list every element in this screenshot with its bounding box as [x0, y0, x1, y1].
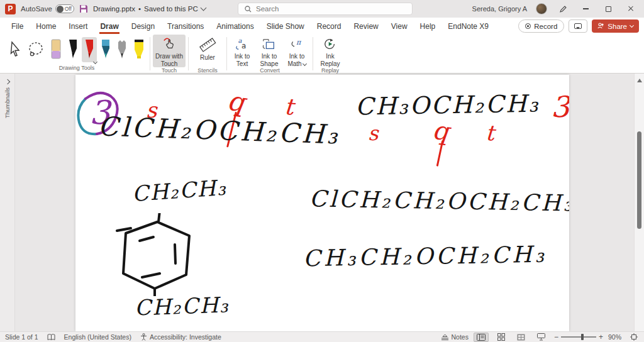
blue-pen-icon	[99, 38, 112, 61]
tab-design[interactable]: Design	[125, 19, 161, 34]
workspace: Thumbnails 3 s q t ClCH₂OCH₂CH₃ CH₃OCH₂C…	[0, 74, 644, 331]
ink-to-math-icon: π	[289, 37, 305, 51]
user-avatar[interactable]	[536, 3, 547, 14]
minimize-button[interactable]	[579, 3, 592, 15]
separator: •	[138, 5, 141, 13]
highlighter-tool[interactable]	[131, 37, 147, 62]
autosave-control[interactable]: AutoSave Off	[21, 4, 74, 13]
ink-to-text-button[interactable]: aa Ink to Text	[230, 35, 255, 67]
tab-help[interactable]: Help	[414, 19, 442, 34]
status-bar: Slide 1 of 1 English (United States) Acc…	[0, 331, 644, 342]
ink-to-text-icon: aa	[234, 37, 250, 51]
ink-label-q-2: q	[431, 116, 450, 146]
reading-view-button[interactable]	[514, 333, 529, 342]
ruler-icon	[199, 37, 216, 52]
scroll-up-arrow[interactable]	[637, 76, 642, 82]
spellcheck-button[interactable]	[47, 334, 55, 341]
slideshow-view-button[interactable]	[534, 333, 549, 342]
blue-pen-tool[interactable]	[98, 37, 113, 62]
accessibility-checker[interactable]: Accessibility: Investigate	[140, 333, 221, 341]
share-button[interactable]: Share	[592, 19, 639, 33]
red-pen-icon	[83, 38, 96, 61]
saved-status: Saved to this PC	[144, 5, 198, 13]
tab-animations[interactable]: Animations	[210, 19, 260, 34]
close-button[interactable]	[624, 3, 638, 15]
thumbnails-label: Thumbnails	[4, 87, 11, 118]
search-placeholder: Search	[256, 5, 279, 13]
document-title[interactable]: Drawing.pptx • Saved to this PC	[93, 5, 206, 13]
tab-file[interactable]: File	[5, 19, 30, 34]
tab-record[interactable]: Record	[311, 19, 348, 34]
tab-endnote[interactable]: EndNote X9	[441, 19, 495, 34]
chevron-down-icon	[200, 5, 206, 11]
fit-slide-button[interactable]	[626, 333, 641, 342]
ink-formula-3: ClCH₂CH₂OCH₂CH₃	[309, 185, 569, 216]
share-icon	[597, 23, 604, 30]
normal-view-button[interactable]	[474, 333, 489, 342]
autosave-state: Off	[65, 6, 72, 12]
save-icon[interactable]	[79, 4, 88, 13]
ruler-button[interactable]: Ruler	[191, 35, 224, 67]
comments-button[interactable]	[569, 19, 587, 33]
tab-slide-show[interactable]: Slide Show	[260, 19, 311, 34]
slide-sorter-view-button[interactable]	[494, 333, 509, 342]
search-icon	[245, 6, 252, 13]
slide-sorter-icon	[497, 333, 505, 341]
slide-canvas[interactable]: 3 s q t ClCH₂OCH₂CH₃ CH₃OCH₂CH₃ 3 s q t …	[75, 75, 569, 331]
zoom-control: − +	[554, 333, 603, 341]
language-indicator[interactable]: English (United States)	[64, 333, 131, 341]
draw-with-touch-button[interactable]: Draw with Touch	[153, 35, 186, 67]
notes-button[interactable]: Notes	[441, 333, 469, 341]
vertical-scrollbar[interactable]	[634, 74, 644, 331]
pen-mode-icon[interactable]	[556, 3, 570, 15]
zoom-level[interactable]: 90%	[608, 333, 621, 341]
tab-draw[interactable]: Draw	[94, 19, 125, 34]
benzene-ring-ink	[112, 213, 206, 296]
search-input[interactable]: Search	[238, 3, 413, 15]
ink-formula-2: CH₃OCH₂CH₃	[355, 89, 540, 120]
lasso-select-tool[interactable]	[25, 39, 47, 60]
slide-indicator[interactable]: Slide 1 of 1	[5, 333, 38, 341]
ink-benzene-bottom-substituent: CH₂CH₃	[134, 292, 230, 320]
expand-thumbnails-icon[interactable]	[4, 79, 9, 84]
select-tool[interactable]	[6, 39, 24, 60]
ink-formula-1: ClCH₂OCH₂CH₃	[97, 111, 340, 150]
notes-icon	[441, 334, 449, 341]
tab-transitions[interactable]: Transitions	[161, 19, 210, 34]
pencil-icon	[116, 38, 128, 61]
ink-label-t-1: t	[284, 94, 294, 120]
pencil-tool[interactable]	[114, 37, 130, 62]
draw-with-touch-icon	[161, 37, 177, 51]
ribbon: Drawing Tools Draw with Touch Touch Rule…	[0, 35, 644, 74]
record-button[interactable]: Record	[518, 19, 564, 33]
ink-replay-button[interactable]: Ink Replay	[316, 35, 345, 67]
ink-to-shape-button[interactable]: Ink to Shape	[256, 35, 282, 67]
ink-formula-4: CH₃CH₂OCH₂CH₃	[303, 241, 548, 272]
chevron-down-icon[interactable]	[93, 60, 97, 64]
scrollbar-thumb[interactable]	[637, 131, 641, 229]
select-cursor-icon	[8, 40, 23, 59]
zoom-slider-knob[interactable]	[581, 334, 584, 340]
red-pen-tool-selected[interactable]	[82, 37, 97, 62]
tab-view[interactable]: View	[385, 19, 414, 34]
tab-review[interactable]: Review	[347, 19, 384, 34]
eraser-tool[interactable]	[48, 37, 64, 62]
normal-view-icon	[477, 334, 486, 341]
thumbnails-panel-collapsed[interactable]: Thumbnails	[0, 74, 15, 331]
autosave-toggle[interactable]: Off	[55, 4, 74, 13]
zoom-out-button[interactable]: −	[554, 333, 558, 341]
book-icon	[47, 334, 55, 341]
user-name[interactable]: Sereda, Grigory A	[472, 5, 527, 13]
maximize-button[interactable]	[601, 3, 615, 15]
eraser-icon	[49, 38, 63, 61]
powerpoint-logo-icon: P	[5, 4, 16, 14]
tab-home[interactable]: Home	[30, 19, 62, 34]
black-pen-tool[interactable]	[65, 37, 80, 62]
ink-to-math-button[interactable]: π Ink to Math	[284, 35, 310, 67]
zoom-in-button[interactable]: +	[599, 333, 603, 341]
drawing-tools-group-label: Drawing Tools	[6, 65, 147, 73]
svg-text:a: a	[242, 41, 246, 50]
zoom-slider[interactable]	[561, 336, 596, 338]
ink-replay-icon	[322, 37, 338, 51]
tab-insert[interactable]: Insert	[62, 19, 94, 34]
